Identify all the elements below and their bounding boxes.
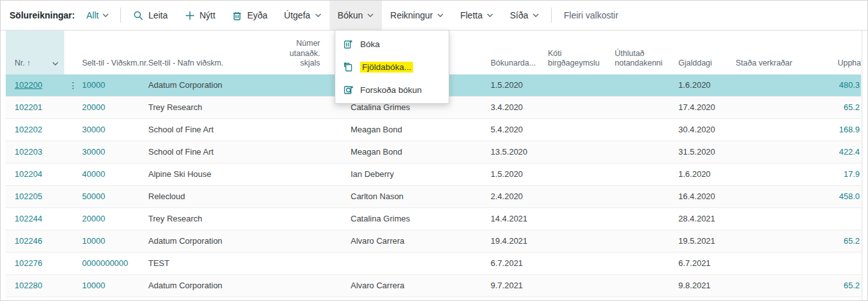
table-row[interactable]: 102276 0000000000 TEST 6.7.2021 6.7.2021 — [6, 253, 861, 275]
table-row[interactable]: 102202 30000 School of Fine Art Meagan B… — [6, 119, 861, 141]
table-row[interactable]: 102205 50000 Relecloud Carlton Nason 2.4… — [6, 186, 861, 208]
page-menu-button[interactable]: Síða — [501, 1, 547, 30]
amount-link[interactable]: 65.2 — [818, 230, 861, 252]
userid-cell — [615, 164, 678, 185]
amount-link[interactable] — [818, 208, 861, 230]
row-actions-icon[interactable] — [64, 97, 82, 118]
external-doc-cell — [287, 97, 320, 118]
status-cell — [736, 164, 818, 185]
plus-icon — [185, 10, 195, 21]
status-cell — [736, 253, 818, 274]
invoice-number-link[interactable]: 102280 — [6, 275, 64, 297]
delete-button[interactable]: Eyða — [223, 1, 276, 30]
amount-link[interactable]: 65.2 — [818, 275, 861, 297]
menu-item-post-batch[interactable]: Fjöldabóka... — [335, 55, 449, 78]
warehouse-cell — [548, 230, 615, 252]
row-actions-icon[interactable] — [64, 119, 82, 141]
customer-name-cell: School of Fine Art — [148, 141, 287, 163]
row-actions-icon[interactable] — [64, 275, 82, 297]
userid-cell — [615, 186, 678, 207]
customer-number-cell[interactable]: 30000 — [82, 141, 148, 163]
filter-dropdown[interactable]: Allt — [75, 1, 116, 30]
new-button[interactable]: Nýtt — [176, 1, 224, 30]
chevron-down-icon — [533, 12, 539, 18]
amount-link[interactable] — [818, 253, 861, 274]
warehouse-cell — [548, 186, 615, 207]
invoice-number-link[interactable]: 102201 — [6, 97, 64, 118]
invoice-number-link[interactable]: 102205 — [6, 186, 64, 207]
chevron-down-icon[interactable] — [52, 60, 59, 67]
table-row[interactable]: 102244 20000 Trey Research Catalina Grim… — [6, 208, 861, 230]
table-row[interactable]: 102246 10000 Adatum Corporation Alvaro C… — [6, 230, 861, 253]
amount-link[interactable]: 480.3 — [818, 74, 861, 96]
column-header-duedate[interactable]: Gjalddagi — [678, 59, 736, 74]
customer-number-cell[interactable]: 20000 — [82, 97, 148, 118]
column-header-jobqueue-status[interactable]: Staða verkraðar — [736, 59, 818, 74]
posting-dropdown-menu: Bóka Fjöldabóka... Forskoða bókun — [335, 30, 449, 104]
amount-link[interactable]: 65.2 — [818, 97, 861, 118]
customer-number-cell[interactable]: 10000 — [82, 74, 148, 96]
status-cell — [736, 208, 818, 230]
search-icon — [133, 10, 144, 21]
customer-number-cell[interactable]: 10000 — [82, 230, 148, 252]
customer-number-cell[interactable]: 50000 — [82, 186, 148, 207]
column-header-custname[interactable]: Selt-til - Nafn viðskm. — [148, 59, 287, 74]
chevron-down-icon — [102, 12, 109, 18]
table-row[interactable]: 102203 30000 School of Fine Art Meagan B… — [6, 141, 861, 164]
column-header-warehouse[interactable]: Kóti birgðageymslu — [548, 49, 615, 74]
column-header-postdate[interactable]: Bókunarda... — [491, 59, 548, 74]
customer-number-cell[interactable]: 20000 — [82, 208, 148, 230]
column-header-amount[interactable]: Uppha — [818, 59, 861, 74]
invoice-number-link[interactable]: 102203 — [6, 141, 64, 163]
column-header-extdoc[interactable]: Númer utanaðk. skjals — [287, 39, 320, 74]
row-actions-icon[interactable] — [64, 141, 82, 163]
menu-item-post[interactable]: Bóka — [335, 32, 449, 55]
customer-number-cell[interactable]: 0000000000 — [82, 253, 148, 274]
due-date-cell: 28.4.2021 — [678, 208, 736, 230]
amount-link[interactable]: 168.9 — [818, 119, 861, 141]
table-row[interactable]: 102280 10000 Adatum Corporation Alvaro C… — [6, 275, 861, 297]
warehouse-cell — [548, 74, 615, 96]
column-header-custno[interactable]: Selt-til - Viðskm.nr. — [82, 59, 148, 74]
trash-icon — [232, 10, 242, 21]
due-date-cell: 6.7.2021 — [678, 253, 736, 274]
external-doc-cell — [287, 253, 320, 274]
search-button[interactable]: Leita — [125, 1, 176, 30]
invoice-number-link[interactable]: 102202 — [6, 119, 64, 141]
amount-link[interactable]: 422.4 — [818, 141, 861, 163]
invoice-number-link[interactable]: 102204 — [6, 164, 64, 185]
row-actions-icon[interactable] — [64, 186, 82, 207]
posting-menu-button[interactable]: Bókun — [330, 1, 382, 30]
row-actions-icon[interactable] — [64, 208, 82, 230]
more-options-button[interactable]: Fleiri valkostir — [556, 1, 627, 30]
column-header-spacer — [64, 69, 82, 74]
row-actions-icon[interactable] — [64, 253, 82, 274]
release-menu-button[interactable]: Útgefa — [276, 1, 329, 30]
invoice-number-link[interactable]: 102276 — [6, 253, 64, 274]
customer-number-cell[interactable]: 10000 — [82, 275, 148, 297]
row-actions-icon[interactable] — [64, 74, 82, 96]
table-row[interactable]: 102204 40000 Alpine Ski House Ian Deberr… — [6, 164, 861, 186]
invoice-menu-button[interactable]: Reikningur — [382, 1, 452, 30]
invoice-number-link[interactable]: 102244 — [6, 208, 64, 230]
amount-link[interactable]: 17.9 — [818, 164, 861, 185]
column-header-userid[interactable]: Úthlutað notandakenni — [615, 49, 678, 74]
posting-date-cell: 1.5.2020 — [491, 74, 548, 96]
warehouse-cell — [548, 97, 615, 118]
contact-cell: Alvaro Carrera — [320, 230, 491, 252]
external-doc-cell — [287, 275, 320, 297]
navigate-menu-button[interactable]: Fletta — [452, 1, 501, 30]
customer-number-cell[interactable]: 30000 — [82, 119, 148, 141]
contact-cell: Alvaro Carrera — [320, 275, 491, 297]
row-actions-icon[interactable] — [64, 164, 82, 185]
invoice-number-link[interactable]: 102200 — [6, 74, 64, 96]
menu-item-preview-posting[interactable]: Forskoða bókun — [335, 78, 449, 101]
posting-date-cell: 9.7.2021 — [491, 275, 548, 297]
row-actions-icon[interactable] — [64, 230, 82, 252]
due-date-cell: 1.6.2020 — [678, 74, 736, 96]
invoice-number-link[interactable]: 102246 — [6, 230, 64, 252]
amount-link[interactable]: 458.0 — [818, 186, 861, 207]
contact-cell: Carlton Nason — [320, 186, 491, 207]
customer-number-cell[interactable]: 40000 — [82, 164, 148, 185]
column-header-no[interactable]: Nr. ↑ — [6, 31, 64, 74]
